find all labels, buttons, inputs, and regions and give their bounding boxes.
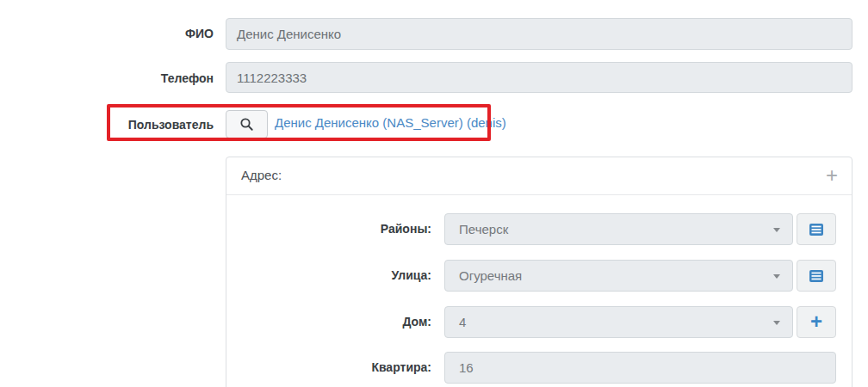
list-icon <box>809 269 823 283</box>
phone-input[interactable]: 1112223333 <box>226 62 852 93</box>
chevron-down-icon <box>773 228 780 232</box>
fio-label: ФИО <box>0 27 214 40</box>
house-select[interactable]: 4 <box>444 306 793 338</box>
chevron-down-icon <box>773 321 780 325</box>
house-select-value: 4 <box>459 315 466 329</box>
street-select[interactable]: Огуречная <box>444 260 793 292</box>
street-label: Улица: <box>226 268 431 282</box>
street-list-button[interactable] <box>797 260 836 292</box>
apartment-input[interactable]: 16 <box>444 352 836 384</box>
fio-input[interactable]: Денис Денисенко <box>226 18 852 50</box>
districts-list-button[interactable] <box>797 213 836 245</box>
phone-label: Телефон <box>0 71 214 85</box>
districts-label: Районы: <box>226 222 431 236</box>
fio-value: Денис Денисенко <box>237 27 341 41</box>
districts-select-value: Печерск <box>459 222 508 236</box>
search-icon <box>239 117 254 132</box>
address-panel-header: Адрес: + <box>226 157 852 195</box>
user-label: Пользователь <box>0 118 214 132</box>
districts-select[interactable]: Печерск <box>444 213 793 245</box>
apartment-label: Квартира: <box>226 360 431 374</box>
phone-value: 1112223333 <box>237 71 307 85</box>
address-panel: Адрес: + Районы: Печерск Улица: Огуречна… <box>226 157 852 387</box>
street-select-value: Огуречная <box>459 268 522 283</box>
address-panel-title: Адрес: <box>241 168 282 182</box>
house-label: Дом: <box>226 315 431 329</box>
customer-form-screen: ФИО Денис Денисенко Телефон 1112223333 П… <box>0 0 868 387</box>
apartment-value: 16 <box>459 360 474 375</box>
user-search-button[interactable] <box>226 110 268 138</box>
address-add-button[interactable]: + <box>826 163 838 188</box>
chevron-down-icon <box>773 274 780 279</box>
plus-icon: + <box>810 311 822 332</box>
list-icon <box>809 223 823 236</box>
house-add-button[interactable]: + <box>797 306 836 338</box>
user-link[interactable]: Денис Денисенко (NAS_Server) (denis) <box>275 115 506 130</box>
